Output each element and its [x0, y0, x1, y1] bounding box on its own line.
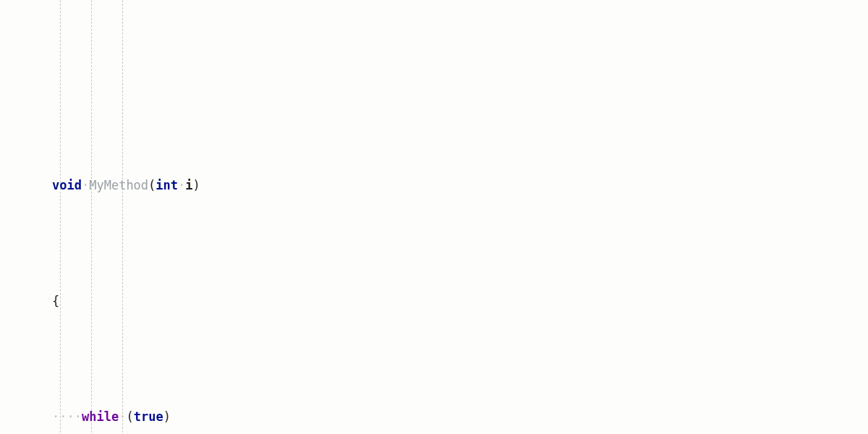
keyword-void: void	[52, 178, 82, 192]
indent-guide	[91, 0, 92, 434]
indent-guide	[60, 0, 61, 434]
keyword-true: true	[134, 409, 163, 424]
whitespace-dot: ·	[178, 178, 185, 192]
identifier-i: i	[185, 178, 192, 192]
brace-open: {	[52, 294, 59, 308]
code-editor[interactable]: void·MyMethod(int·i) { ····while·(true) …	[0, 0, 868, 434]
paren-close: )	[193, 178, 200, 192]
whitespace-dot: ·	[82, 178, 89, 192]
indent-guide	[122, 0, 123, 434]
method-name: MyMethod	[89, 178, 148, 192]
code-line: void·MyMethod(int·i)	[52, 174, 868, 197]
code-line: {	[52, 289, 868, 312]
code-line: ····while·(true)	[52, 405, 868, 428]
paren-open: (	[148, 178, 156, 192]
keyword-while: while	[82, 409, 119, 424]
keyword-int: int	[156, 178, 178, 192]
